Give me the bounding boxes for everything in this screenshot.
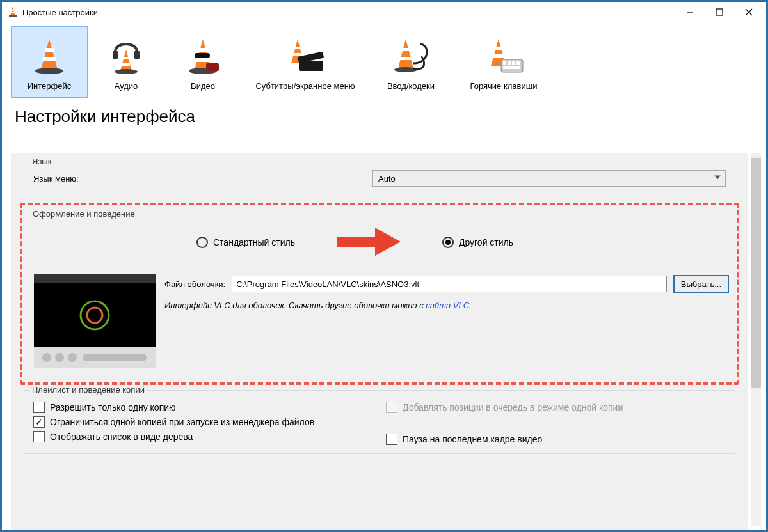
tab-hotkeys[interactable]: Горячие клавиши (452, 26, 555, 98)
svg-rect-12 (113, 51, 118, 59)
page-title: Настройки интерфейса (2, 98, 766, 132)
choose-button[interactable]: Выбрать... (673, 275, 729, 293)
scrollbar-thumb[interactable] (751, 158, 761, 388)
svg-line-6 (746, 9, 752, 15)
svg-marker-29 (398, 39, 413, 68)
checkbox-tree-view[interactable]: Отображать список в виде дерева (33, 431, 373, 442)
checkbox-indicator (386, 434, 397, 445)
tab-label: Интерфейс (28, 81, 71, 91)
svg-rect-34 (494, 47, 503, 50)
checkbox-label: Добавлять позиции в очередь в режиме одн… (403, 402, 623, 412)
svg-rect-22 (206, 63, 219, 71)
svg-rect-35 (493, 54, 504, 58)
radio-standard-style[interactable]: Стандартный стиль (196, 237, 295, 248)
title-divider (13, 132, 755, 132)
menu-language-label: Язык меню: (33, 174, 366, 184)
svg-rect-31 (400, 57, 412, 60)
arrow-right-icon (333, 225, 404, 259)
svg-rect-38 (508, 61, 511, 65)
svg-line-7 (746, 9, 752, 15)
select-value: Auto (378, 174, 396, 184)
tab-interface[interactable]: Интерфейс (11, 26, 88, 98)
tab-audio[interactable]: Аудио (88, 26, 164, 98)
svg-rect-3 (9, 15, 17, 17)
checkbox-indicator (386, 402, 397, 413)
group-language: Язык Язык меню: Auto (24, 162, 735, 196)
tab-label: Субтитры/экранное меню (255, 81, 355, 91)
menu-language-select[interactable]: Auto (372, 170, 726, 187)
svg-rect-5 (716, 9, 723, 15)
cables-cone-icon (392, 38, 430, 76)
group-legend: Оформление и поведение (30, 209, 138, 219)
close-button[interactable] (734, 3, 764, 22)
svg-point-11 (35, 68, 63, 74)
checkbox-pause-last-frame[interactable]: Пауза на последнем кадре видео (386, 434, 726, 445)
svg-rect-39 (512, 61, 515, 65)
radio-label: Стандартный стиль (213, 237, 295, 247)
svg-rect-2 (11, 12, 15, 13)
tab-label: Видео (191, 81, 215, 91)
svg-rect-23 (195, 53, 210, 58)
checkbox-indicator (33, 416, 45, 428)
radio-indicator (196, 237, 208, 248)
minimize-button[interactable] (675, 3, 705, 22)
radio-custom-style[interactable]: Другой стиль (442, 237, 513, 248)
svg-marker-8 (41, 39, 58, 70)
checkbox-limit-one-from-file-manager[interactable]: Ограничиться одной копией при запуске из… (33, 416, 373, 428)
checkbox-indicator (33, 431, 45, 442)
content-scrollarea[interactable]: Язык Язык меню: Auto Оформление и поведе… (11, 153, 748, 530)
skin-hint: Интерфейс VLC для оболочек. Скачать друг… (164, 301, 729, 310)
tab-video[interactable]: Видео (164, 26, 241, 98)
cone-icon (7, 6, 19, 19)
svg-rect-43 (34, 274, 156, 283)
glasses-cone-icon (186, 38, 220, 76)
svg-rect-15 (123, 57, 129, 59)
svg-rect-9 (45, 48, 54, 52)
radio-label: Другой стиль (459, 237, 513, 247)
svg-rect-16 (122, 63, 130, 66)
svg-rect-26 (292, 53, 303, 56)
tab-input-codecs[interactable]: Ввод/кодеки (369, 26, 452, 98)
chevron-down-icon (714, 174, 721, 184)
category-tabs: Интерфейс Аудио Видео Субтитры/экранное … (2, 22, 766, 98)
svg-rect-10 (43, 57, 56, 61)
preferences-window: Простые настройки Интерфейс Аудио Видео … (0, 0, 768, 532)
checkbox-allow-one-instance[interactable]: Разрешить только одну копию (33, 402, 373, 413)
window-title: Простые настройки (22, 8, 98, 17)
headphones-cone-icon (109, 38, 143, 76)
tab-label: Аудио (115, 81, 138, 91)
checkbox-label: Отображать список в виде дерева (50, 432, 193, 442)
svg-rect-44 (34, 283, 156, 347)
group-legend: Язык (29, 157, 54, 166)
vertical-scrollbar[interactable] (751, 153, 761, 526)
svg-rect-25 (293, 47, 302, 49)
skin-file-input[interactable] (232, 276, 667, 292)
svg-point-50 (68, 353, 77, 362)
tab-subtitles[interactable]: Субтитры/экранное меню (241, 26, 369, 98)
checkbox-label: Разрешить только одну копию (50, 402, 176, 412)
checkbox-label: Пауза на последнем кадре видео (403, 434, 542, 444)
svg-marker-0 (10, 6, 15, 16)
tab-label: Ввод/кодеки (387, 81, 435, 91)
tab-label: Горячие клавиши (470, 81, 538, 91)
svg-rect-20 (196, 58, 209, 62)
svg-point-49 (55, 353, 64, 362)
svg-rect-19 (198, 48, 207, 52)
radio-indicator (442, 237, 454, 248)
svg-rect-1 (12, 10, 14, 11)
checkbox-label: Ограничиться одной копией при запуске из… (50, 417, 314, 427)
skin-file-label: Файл оболочки: (164, 279, 225, 289)
maximize-button[interactable] (705, 3, 734, 22)
svg-marker-42 (714, 176, 721, 180)
checkbox-enqueue-single-instance: Добавлять позиции в очередь в режиме одн… (386, 402, 726, 413)
svg-rect-30 (401, 48, 410, 51)
group-playlist: Плейлист и поведение копий Разрешить тол… (24, 390, 735, 454)
svg-rect-37 (503, 61, 506, 65)
vlc-site-link[interactable]: сайта VLC (426, 301, 469, 310)
svg-rect-51 (83, 354, 147, 361)
clapboard-cone-icon (285, 38, 326, 76)
group-legend: Плейлист и поведение копий (29, 385, 147, 395)
svg-rect-40 (516, 61, 520, 65)
titlebar: Простые настройки (2, 2, 766, 22)
svg-marker-14 (120, 49, 132, 71)
